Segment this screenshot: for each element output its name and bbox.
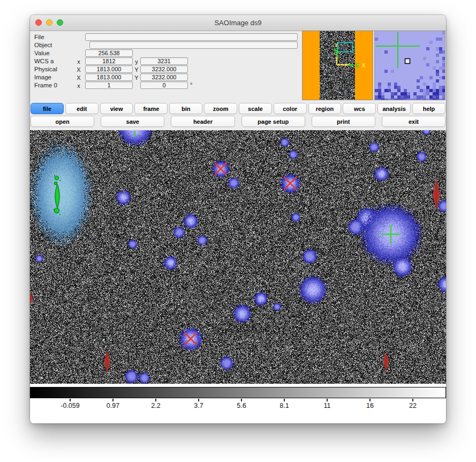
menu-region-button[interactable]: region [308, 103, 342, 114]
frame-label: Frame 0 [34, 82, 57, 88]
panner[interactable] [302, 31, 373, 100]
colorbar-tick-mark [369, 399, 371, 401]
zoom-window-button[interactable] [57, 19, 63, 26]
menu-row-2: opensaveheaderpage setupprintexit [30, 116, 446, 127]
object-label: Object [34, 42, 52, 48]
object-field[interactable] [89, 41, 298, 49]
button-print[interactable]: print [312, 116, 375, 127]
colorbar-tick-mark [112, 399, 114, 401]
file-field[interactable] [85, 33, 298, 41]
window-title: SAOImage ds9 [214, 19, 261, 27]
colorbar-gradient[interactable] [30, 387, 446, 398]
menu-view-button[interactable]: view [100, 103, 133, 114]
colorbar-tick-label: 8.1 [279, 402, 289, 409]
info-row-value: Value 256.538 [30, 49, 300, 57]
image-label: Image [34, 74, 51, 80]
button-page-setup[interactable]: page setup [241, 116, 305, 127]
button-header[interactable]: header [171, 116, 235, 127]
colorbar-tick-label: 16 [366, 402, 374, 409]
app-window: SAOImage ds9 File Object Value 256.538 W… [30, 15, 446, 423]
colorbar-tick-mark [198, 399, 199, 401]
value-label: Value [34, 50, 50, 56]
menu-frame-button[interactable]: frame [134, 103, 168, 114]
wcs-y-axis-label: y [133, 58, 140, 65]
wcs-y-field[interactable]: 3231 [140, 57, 188, 65]
menu-bin-button[interactable]: bin [169, 103, 202, 114]
menu-edit-button[interactable]: edit [65, 103, 99, 114]
frame-zoom-axis-label: x [75, 83, 82, 89]
colorbar-tick-mark [284, 399, 285, 401]
menu-wcs-button[interactable]: wcs [343, 103, 376, 114]
frame-rotation-field[interactable]: 0 [140, 81, 188, 89]
traffic-lights [35, 19, 63, 26]
info-row-file: File [30, 33, 300, 41]
menu-zoom-button[interactable]: zoom [204, 103, 237, 114]
info-row-physical: Physical X 1813.000 Y 3232.000 [30, 65, 300, 73]
colorbar-tick-mark [241, 399, 242, 401]
colorbar-tick-label: 0.97 [107, 402, 119, 409]
info-row-image: Image X 1813.000 Y 3232.000 [30, 73, 300, 81]
info-panel: File Object Value 256.538 WCS a x 1812 y… [30, 31, 446, 103]
minimize-button[interactable] [46, 19, 52, 26]
wcs-label: WCS a [34, 58, 54, 64]
colorbar-tick-mark [155, 399, 156, 401]
colorbar-tick-mark [70, 399, 71, 401]
menu-row-1: fileeditviewframebinzoomscalecolorregion… [30, 103, 446, 114]
image-y-axis-label: Y [133, 74, 140, 81]
image-x-axis-label: X [75, 74, 82, 81]
menu-analysis-button[interactable]: analysis [377, 103, 411, 114]
close-button[interactable] [35, 19, 42, 26]
colorbar-tick-mark [327, 399, 328, 401]
file-label: File [34, 34, 44, 40]
menu-help-button[interactable]: help [412, 103, 445, 114]
button-save[interactable]: save [101, 116, 164, 127]
colorbar-tick-label: -0.059 [61, 402, 79, 409]
physical-y-field[interactable]: 3232.000 [140, 65, 188, 73]
frame-zoom-field[interactable]: 1 [85, 81, 133, 89]
info-row-object: Object [30, 41, 300, 49]
wcs-x-field[interactable]: 1812 [85, 57, 133, 65]
degree-symbol: ° [190, 81, 192, 88]
info-row-frame: Frame 0 x 1 0 ° [30, 81, 300, 89]
panner-canvas[interactable] [303, 31, 373, 100]
colorbar-tick-label: 5.6 [237, 402, 246, 409]
title-bar: SAOImage ds9 [30, 15, 446, 31]
menu-color-button[interactable]: color [274, 103, 307, 114]
physical-x-axis-label: X [75, 66, 82, 73]
colorbar-tick-label: 2.2 [151, 402, 160, 409]
main-image-canvas[interactable] [30, 130, 446, 384]
button-open[interactable]: open [31, 116, 94, 127]
magnifier-canvas [375, 31, 445, 100]
wcs-x-axis-label: x [75, 58, 82, 65]
magnifier [374, 31, 445, 100]
colorbar-panel: -0.0590.972.23.75.68.1111622 [30, 384, 446, 423]
physical-x-field[interactable]: 1813.000 [85, 65, 133, 73]
info-row-wcs: WCS a x 1812 y 3231 [30, 57, 300, 65]
image-y-field[interactable]: 3232.000 [140, 73, 188, 81]
menu-file-button[interactable]: file [31, 103, 64, 114]
physical-label: Physical [34, 66, 57, 72]
colorbar-tick-label: 22 [409, 402, 417, 409]
colorbar-tick-mark [412, 399, 413, 401]
button-exit[interactable]: exit [382, 116, 445, 127]
value-field[interactable]: 256.538 [85, 49, 133, 57]
menu-scale-button[interactable]: scale [239, 103, 272, 114]
image-x-field[interactable]: 1813.000 [85, 73, 133, 81]
colorbar-tick-label: 3.7 [194, 402, 203, 409]
physical-y-axis-label: Y [133, 66, 140, 73]
colorbar-tick-label: 11 [324, 402, 331, 409]
